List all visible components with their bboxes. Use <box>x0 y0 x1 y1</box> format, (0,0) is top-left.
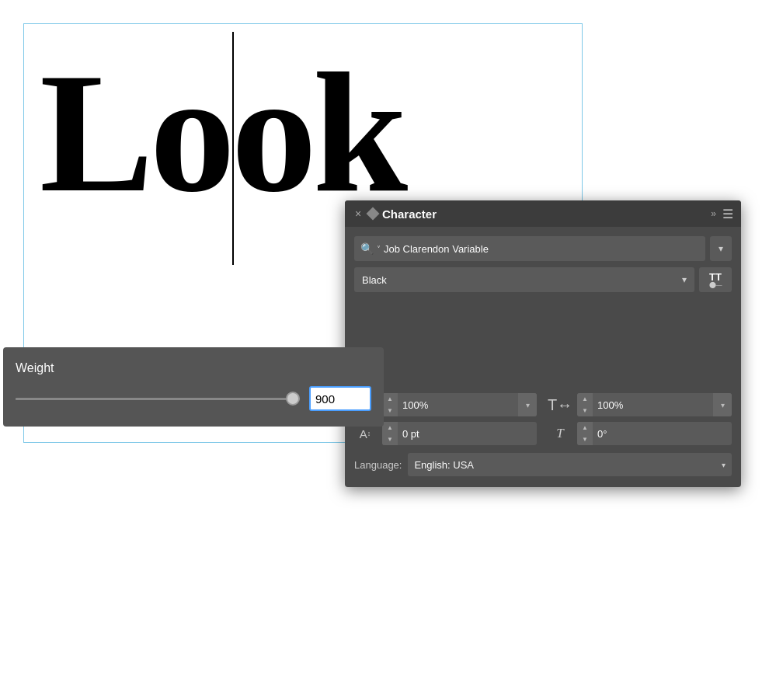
panel-icon <box>367 207 380 221</box>
skew-up[interactable]: ▲ <box>577 422 593 434</box>
character-panel: × Character » ☰ 🔍 ˅ ▾ Black ▾ <box>345 200 741 487</box>
font-dropdown-button[interactable]: ▾ <box>710 236 732 261</box>
baseline-up[interactable]: ▲ <box>382 422 398 434</box>
panel-header-right: » ☰ <box>711 207 733 221</box>
style-row: Black ▾ TT ⬤— <box>354 267 732 292</box>
tracking-icon: T↔ <box>549 394 571 416</box>
panel-title-section: Character <box>368 207 437 221</box>
language-dropdown-arrow: ▾ <box>722 461 726 469</box>
collapse-icon[interactable]: » <box>711 208 716 219</box>
font-size-stepper[interactable]: ▲ ▼ <box>382 393 398 416</box>
weight-label: Weight <box>16 361 371 375</box>
font-size-down[interactable]: ▼ <box>382 405 398 416</box>
font-search-area[interactable]: 🔍 ˅ <box>354 236 705 261</box>
weight-slider-fill <box>16 398 266 400</box>
baseline-value: 0 pt <box>398 428 537 440</box>
weight-slider-thumb[interactable] <box>286 392 300 406</box>
tt-bottom-label: ⬤— <box>709 282 722 288</box>
canvas-text: Look <box>40 47 404 218</box>
weight-slider-row <box>16 386 371 411</box>
size-rows: ↕T ▲ ▼ 100% ▾ T↔ ▲ ▼ 100% <box>354 393 732 445</box>
search-icon: 🔍 <box>360 242 374 255</box>
close-button[interactable]: × <box>353 208 364 219</box>
tt-adj-icon: TT ⬤— <box>709 272 722 288</box>
weight-value-input[interactable] <box>309 386 371 411</box>
tracking-up[interactable]: ▲ <box>577 393 593 405</box>
skew-down[interactable]: ▼ <box>577 434 593 445</box>
language-row: Language: English: USA ▾ <box>354 453 732 476</box>
baseline-stepper[interactable]: ▲ ▼ <box>382 422 398 445</box>
baseline-row: A↕ ▲ ▼ 0 pt T ▲ ▼ 0° <box>354 422 732 445</box>
tracking-value: 100% <box>593 399 713 411</box>
chevron-icon: ˅ <box>377 245 381 253</box>
tracking-down[interactable]: ▼ <box>577 405 593 416</box>
tracking-field[interactable]: ▲ ▼ 100% ▾ <box>577 393 732 416</box>
font-style-select[interactable]: Black ▾ <box>354 267 694 292</box>
tracking-stepper[interactable]: ▲ ▼ <box>577 393 593 416</box>
variable-font-button[interactable]: TT ⬤— <box>699 267 732 292</box>
panel-body: 🔍 ˅ ▾ Black ▾ TT ⬤— Weight <box>345 227 741 487</box>
baseline-down[interactable]: ▼ <box>382 434 398 445</box>
language-label: Language: <box>354 459 402 471</box>
font-name-row: 🔍 ˅ ▾ <box>354 236 732 261</box>
baseline-field[interactable]: ▲ ▼ 0 pt <box>382 422 537 445</box>
skew-icon: T <box>549 423 571 444</box>
panel-header-left: × Character <box>353 207 437 221</box>
font-name-input[interactable] <box>384 243 699 255</box>
style-name-label: Black <box>362 274 387 286</box>
panel-title: Character <box>382 207 437 221</box>
font-size-dropdown[interactable]: ▾ <box>518 393 537 416</box>
language-select[interactable]: English: USA ▾ <box>408 453 732 476</box>
font-size-field[interactable]: ▲ ▼ 100% ▾ <box>382 393 537 416</box>
style-dropdown-arrow: ▾ <box>682 274 687 285</box>
italic-t-icon: T <box>556 426 563 441</box>
language-value: English: USA <box>414 459 474 471</box>
skew-field[interactable]: ▲ ▼ 0° <box>577 422 732 445</box>
font-size-value: 100% <box>398 399 518 411</box>
font-size-row: ↕T ▲ ▼ 100% ▾ T↔ ▲ ▼ 100% <box>354 393 732 416</box>
weight-slider-track[interactable] <box>16 398 300 400</box>
font-size-up[interactable]: ▲ <box>382 393 398 405</box>
skew-stepper[interactable]: ▲ ▼ <box>577 422 593 445</box>
skew-value: 0° <box>593 428 732 440</box>
tt-top-label: TT <box>709 272 722 282</box>
panel-menu-icon[interactable]: ☰ <box>722 207 733 221</box>
weight-tooltip: Weight <box>3 347 384 427</box>
tracking-dropdown[interactable]: ▾ <box>713 393 732 416</box>
panel-header: × Character » ☰ <box>345 200 741 227</box>
